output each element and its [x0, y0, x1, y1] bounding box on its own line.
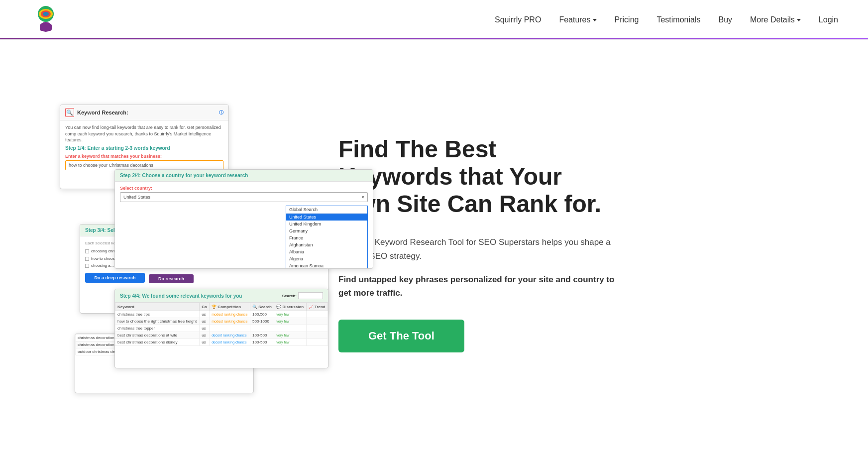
- nav-item-more-details[interactable]: More Details: [750, 15, 801, 24]
- hero-bold-text: Find untapped key phrases personalized f…: [338, 273, 617, 300]
- chevron-down-icon: [797, 19, 801, 21]
- nav-item-pricing[interactable]: Pricing: [615, 15, 639, 24]
- nav-item-buy[interactable]: Buy: [718, 15, 732, 24]
- svg-rect-5: [40, 24, 52, 31]
- hero-section: 🔍 Keyword Research: ⓘ You can now find l…: [0, 40, 868, 448]
- get-tool-button[interactable]: Get The Tool: [338, 320, 464, 352]
- hero-headline: Find The Best Keywords that Your Own Sit…: [338, 135, 617, 218]
- search-icon: 🔍: [65, 108, 74, 117]
- nav-item-squirrly-pro[interactable]: Squirrly PRO: [495, 15, 541, 24]
- country-dropdown: Global Search United States United Kingd…: [286, 206, 368, 269]
- chevron-down-icon: [593, 19, 597, 21]
- table-row: best christmas decorations at wileusdece…: [115, 332, 328, 339]
- navigation: Squirrly PRO Features Pricing Testimonia…: [0, 0, 868, 40]
- table-row: how to choose the right christmas tree h…: [115, 318, 328, 325]
- nav-underline: [0, 38, 868, 39]
- keyword-search-input[interactable]: [298, 292, 323, 299]
- keywords-table: Keyword Co 🏆 Competition 🔍 Search 💬 Disc…: [115, 303, 328, 346]
- logo[interactable]: [30, 4, 62, 36]
- screenshot-frame-2: Step 2/4: Choose a country for your keyw…: [114, 169, 373, 269]
- do-research-button[interactable]: Do research: [149, 274, 194, 283]
- screenshot-stack: 🔍 Keyword Research: ⓘ You can now find l…: [50, 105, 309, 383]
- nav-links: Squirrly PRO Features Pricing Testimonia…: [495, 15, 838, 24]
- table-row: christmas tree topperus: [115, 325, 328, 332]
- hero-content: Find The Best Keywords that Your Own Sit…: [338, 135, 617, 352]
- nav-item-testimonials[interactable]: Testimonials: [656, 15, 700, 24]
- table-row: christmas tree tipsusmodest ranking chan…: [115, 311, 328, 318]
- svg-point-3: [43, 12, 49, 16]
- deep-research-button[interactable]: Do a deep research: [85, 273, 145, 283]
- screenshot-frame-4: Step 4/4: We found some relevant keyword…: [114, 289, 328, 368]
- table-row: best christmas decorations disneyusdecen…: [115, 339, 328, 346]
- nav-item-features[interactable]: Features: [559, 15, 596, 24]
- hero-subtext: The Best Keyword Research Tool for SEO S…: [338, 235, 617, 262]
- nav-item-login[interactable]: Login: [819, 15, 838, 24]
